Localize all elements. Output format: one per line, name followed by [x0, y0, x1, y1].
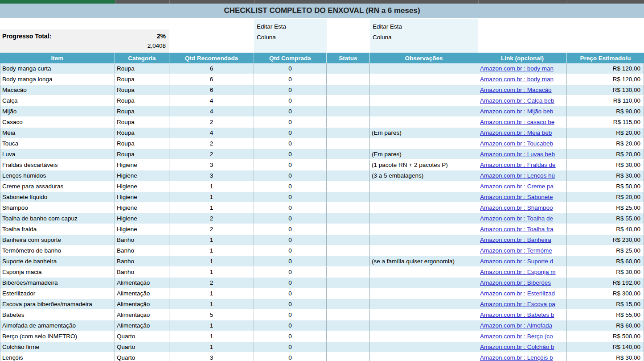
item-cell[interactable]: Banheira com suporte — [0, 235, 115, 245]
item-cell[interactable]: Luva — [0, 149, 115, 160]
observacoes-cell[interactable] — [370, 342, 478, 353]
categoria-cell[interactable]: Roupa — [115, 149, 169, 160]
qtd-comprada-cell[interactable]: 0 — [254, 128, 327, 138]
qtd-recomendada-cell[interactable]: 1 — [169, 235, 254, 245]
categoria-cell[interactable]: Alimentação — [115, 320, 169, 331]
qtd-comprada-cell[interactable]: 0 — [254, 170, 327, 181]
observacoes-cell[interactable] — [370, 331, 478, 342]
observacoes-cell[interactable]: (Em pares) — [370, 149, 478, 160]
preco-cell[interactable]: R$ 500,00 — [567, 331, 644, 342]
item-cell[interactable]: Toalha de banho com capuz — [0, 213, 115, 224]
preco-cell[interactable]: R$ 300,00 — [567, 288, 644, 299]
item-cell[interactable]: Toalha fralda — [0, 224, 115, 235]
qtd-recomendada-cell[interactable]: 6 — [169, 74, 254, 85]
categoria-cell[interactable]: Higiene — [115, 160, 169, 170]
status-cell[interactable] — [327, 353, 370, 361]
categoria-cell[interactable]: Roupa — [115, 138, 169, 149]
item-cell[interactable]: Mijão — [0, 106, 115, 117]
qtd-recomendada-cell[interactable]: 2 — [169, 149, 254, 160]
status-cell[interactable] — [327, 224, 370, 235]
item-cell[interactable]: Colchão firme — [0, 342, 115, 353]
preco-cell[interactable]: R$ 115,00 — [567, 117, 644, 128]
qtd-comprada-cell[interactable]: 0 — [254, 117, 327, 128]
categoria-cell[interactable]: Roupa — [115, 95, 169, 106]
amazon-link[interactable]: Amazon.com.br : Lenços hú — [480, 172, 555, 179]
qtd-comprada-cell[interactable]: 0 — [254, 160, 327, 170]
observacoes-cell[interactable] — [370, 288, 478, 299]
categoria-cell[interactable]: Alimentação — [115, 310, 169, 320]
status-cell[interactable] — [327, 138, 370, 149]
qtd-recomendada-cell[interactable]: 5 — [169, 310, 254, 320]
observacoes-cell[interactable] — [370, 192, 478, 203]
status-cell[interactable] — [327, 299, 370, 310]
qtd-recomendada-cell[interactable]: 1 — [169, 181, 254, 192]
item-cell[interactable]: Body manga longa — [0, 74, 115, 85]
column-header-status[interactable]: Status — [327, 53, 370, 63]
categoria-cell[interactable]: Roupa — [115, 106, 169, 117]
item-cell[interactable]: Lençóis — [0, 353, 115, 361]
preco-cell[interactable]: R$ 230,00 — [567, 235, 644, 245]
categoria-cell[interactable]: Alimentação — [115, 299, 169, 310]
status-cell[interactable] — [327, 170, 370, 181]
categoria-cell[interactable]: Roupa — [115, 85, 169, 95]
qtd-recomendada-cell[interactable]: 2 — [169, 278, 254, 288]
status-cell[interactable] — [327, 213, 370, 224]
observacoes-cell[interactable]: (se a família quiser ergonomia) — [370, 256, 478, 267]
preco-cell[interactable]: R$ 20,00 — [567, 192, 644, 203]
qtd-comprada-cell[interactable]: 0 — [254, 331, 327, 342]
item-cell[interactable]: Escova para biberões/mamadeira — [0, 299, 115, 310]
qtd-recomendada-cell[interactable]: 4 — [169, 95, 254, 106]
status-cell[interactable] — [327, 235, 370, 245]
qtd-comprada-cell[interactable]: 0 — [254, 353, 327, 361]
preco-cell[interactable]: R$ 60,00 — [567, 256, 644, 267]
preco-cell[interactable]: R$ 140,00 — [567, 342, 644, 353]
preco-cell[interactable]: R$ 60,00 — [567, 320, 644, 331]
qtd-recomendada-cell[interactable]: 1 — [169, 256, 254, 267]
observacoes-cell[interactable] — [370, 224, 478, 235]
categoria-cell[interactable]: Banho — [115, 235, 169, 245]
item-cell[interactable]: Creme para assaduras — [0, 181, 115, 192]
observacoes-cell[interactable] — [370, 85, 478, 95]
categoria-cell[interactable]: Higiene — [115, 170, 169, 181]
qtd-comprada-cell[interactable]: 0 — [254, 85, 327, 95]
categoria-cell[interactable]: Quarto — [115, 342, 169, 353]
item-cell[interactable]: Esponja macia — [0, 267, 115, 278]
status-cell[interactable] — [327, 245, 370, 256]
qtd-recomendada-cell[interactable]: 1 — [169, 342, 254, 353]
qtd-comprada-cell[interactable]: 0 — [254, 256, 327, 267]
qtd-comprada-cell[interactable]: 0 — [254, 95, 327, 106]
categoria-cell[interactable]: Higiene — [115, 224, 169, 235]
qtd-comprada-cell[interactable]: 0 — [254, 235, 327, 245]
status-cell[interactable] — [327, 203, 370, 213]
amazon-link[interactable]: Amazon.com.br : Babetes b — [480, 311, 554, 318]
status-cell[interactable] — [327, 342, 370, 353]
status-cell[interactable] — [327, 149, 370, 160]
amazon-link[interactable]: Amazon.com.br : Banheira — [480, 237, 551, 243]
status-cell[interactable] — [327, 192, 370, 203]
amazon-link[interactable]: Amazon.com.br : Suporte d — [480, 258, 553, 265]
item-cell[interactable]: Sabonete líquido — [0, 192, 115, 203]
status-cell[interactable] — [327, 288, 370, 299]
status-cell[interactable] — [327, 267, 370, 278]
qtd-comprada-cell[interactable]: 0 — [254, 299, 327, 310]
preco-cell[interactable]: R$ 40,00 — [567, 224, 644, 235]
qtd-recomendada-cell[interactable]: 3 — [169, 170, 254, 181]
column-header-qtd-recomendada[interactable]: Qtd Recomendada — [169, 53, 254, 63]
qtd-recomendada-cell[interactable]: 6 — [169, 63, 254, 74]
amazon-link[interactable]: Amazon.com.br : Biberões — [480, 279, 551, 286]
qtd-comprada-cell[interactable]: 0 — [254, 342, 327, 353]
status-cell[interactable] — [327, 85, 370, 95]
observacoes-cell[interactable] — [370, 95, 478, 106]
column-header-item[interactable]: Item — [0, 53, 115, 63]
categoria-cell[interactable]: Higiene — [115, 203, 169, 213]
column-header-categoria[interactable]: Categoria — [115, 53, 169, 63]
observacoes-cell[interactable] — [370, 213, 478, 224]
amazon-link[interactable]: Amazon.com.br : Escova pa — [480, 301, 555, 307]
status-cell[interactable] — [327, 181, 370, 192]
observacoes-cell[interactable]: (3 a 5 embalagens) — [370, 170, 478, 181]
column-header-qtd-comprada[interactable]: Qtd Comprada — [254, 53, 327, 63]
amazon-link[interactable]: Amazon.com.br : Sabonete — [480, 194, 553, 200]
observacoes-cell[interactable] — [370, 203, 478, 213]
categoria-cell[interactable]: Roupa — [115, 128, 169, 138]
categoria-cell[interactable]: Quarto — [115, 331, 169, 342]
